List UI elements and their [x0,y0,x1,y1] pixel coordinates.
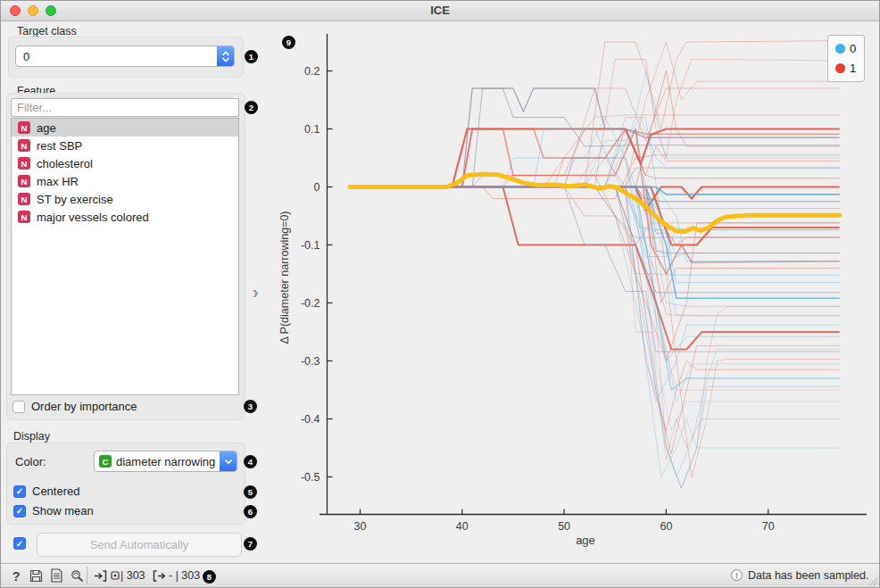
legend-label: 0 [850,42,856,55]
titlebar: ICE [1,1,879,21]
plot-legend: 01 [827,35,865,82]
status-message: Data has been sampled. [748,569,869,582]
target-class-value: 0 [16,50,217,63]
legend-item: 1 [835,62,864,75]
feature-name: max HR [37,175,79,188]
feature-list[interactable]: NageNrest SBPNcholesterolNmax HRNST by e… [11,118,239,395]
collapse-sidebar-chevron-icon[interactable]: › [253,282,259,302]
help-icon[interactable]: ? [8,567,24,584]
numeric-variable-icon: N [18,175,30,187]
doc-annotation-badge: 9 [282,36,295,49]
color-value: diameter narrowing [112,455,220,468]
input-arrow-icon [92,567,108,584]
order-by-importance-label: Order by importance [31,400,137,413]
color-combobox[interactable]: C diameter narrowing [94,451,237,472]
legend-dot-icon [835,44,845,54]
combobox-stepper-icon[interactable] [217,46,234,66]
svg-text:30: 30 [354,520,367,533]
svg-text:Δ P(diameter narrowing=0): Δ P(diameter narrowing=0) [278,211,291,344]
svg-text:-0.3: -0.3 [301,355,320,368]
color-label: Color: [15,455,46,468]
warning-icon: ! [731,569,743,581]
svg-text:60: 60 [660,520,672,533]
feature-list-item[interactable]: Ncholesterol [12,154,238,172]
target-class-label: Target class [17,25,77,37]
visual-settings-brush-icon[interactable] [69,567,85,584]
statusbar-divider [87,567,87,584]
feature-list-item[interactable]: NST by exercise [12,190,238,208]
feature-list-item[interactable]: Nmajor vessels colored [12,208,238,226]
doc-annotation-badge: 2 [245,101,258,114]
feature-list-item[interactable]: Nrest SBP [12,137,238,154]
svg-text:-0.1: -0.1 [301,239,320,252]
display-label: Display [13,430,50,443]
numeric-variable-icon: N [18,211,30,223]
statusbar: ? | 303 - | 303 ! Data has been sampled. [1,563,879,587]
show-mean-row[interactable]: ✓ Show mean [13,504,94,518]
numeric-variable-icon: N [18,157,30,170]
ice-plot: 0.20.10-0.1-0.2-0.3-0.4-0.53040506070age… [278,21,880,566]
feature-name: major vessels colored [37,211,149,224]
legend-item: 0 [835,42,864,55]
doc-annotation-badge: 1 [245,50,258,63]
svg-text:0: 0 [314,181,320,194]
svg-text:50: 50 [558,520,570,533]
doc-annotation-badge: 4 [244,455,257,468]
feature-name: age [37,121,56,135]
report-icon[interactable] [48,567,64,584]
legend-label: 1 [850,62,856,75]
doc-annotation-badge: 6 [244,505,257,518]
feature-name: cholesterol [37,157,93,170]
svg-text:40: 40 [456,520,469,533]
svg-text:age: age [576,534,595,547]
show-mean-checkbox[interactable]: ✓ [13,505,26,518]
target-class-combobox[interactable]: 0 [15,46,235,67]
resize-grip[interactable] [868,576,878,586]
window-title: ICE [1,4,879,17]
output-summary: - | 303 [169,569,200,582]
doc-annotation-badge: 8 [203,570,216,584]
order-by-importance-checkbox[interactable] [12,401,25,413]
svg-text:70: 70 [762,520,775,533]
svg-text:-0.5: -0.5 [301,471,320,484]
numeric-variable-icon: N [18,193,30,205]
centered-row[interactable]: ✓ Centered [13,484,79,498]
feature-name: ST by exercise [37,193,113,206]
save-icon[interactable] [28,567,44,584]
send-automatically-checkbox[interactable]: ✓ [13,537,26,550]
numeric-variable-icon: N [18,139,30,152]
order-by-importance-row[interactable]: Order by importance [12,400,137,413]
input-summary: | 303 [120,569,145,582]
legend-dot-icon [835,63,845,73]
show-mean-label: Show mean [32,504,94,518]
doc-annotation-badge: 5 [244,485,257,499]
feature-list-item[interactable]: Nmax HR [12,172,238,190]
doc-annotation-badge: 3 [244,400,257,413]
feature-filter-input[interactable] [11,98,239,117]
svg-text:0.2: 0.2 [304,65,320,78]
svg-text:-0.2: -0.2 [301,297,320,310]
ice-window: ICE Target class 0 Feature NageNrest SBP… [0,0,880,588]
categorical-variable-icon: C [99,455,112,468]
svg-text:-0.4: -0.4 [301,413,320,426]
centered-label: Centered [32,484,79,498]
centered-checkbox[interactable]: ✓ [13,485,26,498]
color-combobox-chevron-icon[interactable] [220,451,237,471]
output-arrow-icon [151,567,167,584]
svg-text:0.1: 0.1 [304,123,320,136]
feature-name: rest SBP [37,139,82,153]
feature-list-item[interactable]: Nage [12,119,238,137]
numeric-variable-icon: N [18,121,30,134]
doc-annotation-badge: 7 [244,537,257,551]
send-automatically-button[interactable]: Send Automatically [37,533,242,557]
